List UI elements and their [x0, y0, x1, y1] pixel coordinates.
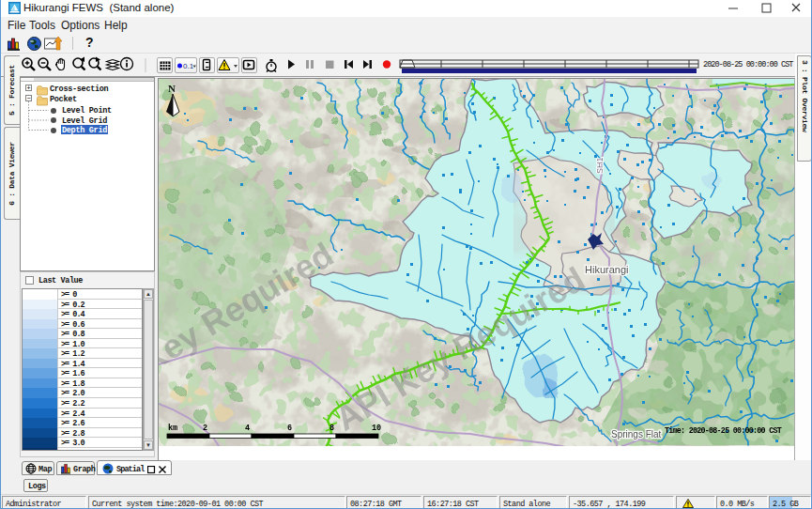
svg-text:Time: 2020-08-25 00:00:00 CST: Time: 2020-08-25 00:00:00 CST: [665, 426, 782, 436]
svg-text:SH1: SH1: [595, 157, 605, 174]
svg-text:km: km: [168, 424, 177, 433]
svg-text:Hikurangi: Hikurangi: [585, 264, 628, 275]
svg-text:4: 4: [245, 424, 250, 433]
svg-text:10: 10: [372, 424, 381, 433]
svg-text:6: 6: [287, 424, 292, 433]
svg-text:2: 2: [203, 424, 207, 433]
svg-text:N: N: [168, 83, 176, 94]
svg-text:Springs Flat: Springs Flat: [611, 429, 662, 440]
svg-text:0.1: 0.1: [183, 62, 194, 70]
svg-text:8: 8: [329, 424, 334, 433]
